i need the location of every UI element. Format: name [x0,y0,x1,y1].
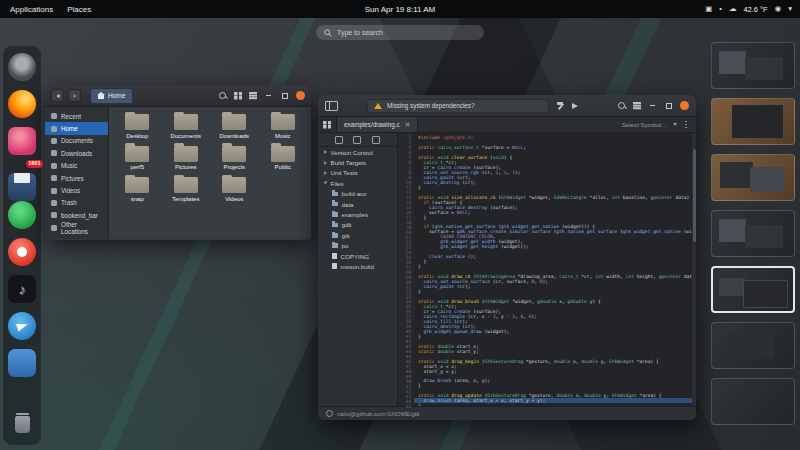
sidebar-item-downloads[interactable]: Downloads [45,147,108,159]
forward-button[interactable] [68,89,81,102]
folder-item-desktop[interactable]: Desktop [113,114,162,139]
workspace-thumbnail-4[interactable] [711,210,795,257]
workspace-thumbnail-2[interactable] [711,98,795,145]
screen-cast-icon[interactable]: ▣ [705,5,712,13]
tree-item-copying[interactable]: COPYING [318,251,397,261]
folder-item-public[interactable]: Public [259,146,308,171]
recorder-dot-icon[interactable]: • [719,5,722,13]
folder-item-pictures[interactable]: Pictures [162,146,211,171]
folder-item-downloads[interactable]: Downloads [210,114,259,139]
workspace-thumbnail-5[interactable] [711,266,795,313]
dock-icon-blue[interactable] [8,349,36,377]
maximize-button[interactable] [280,91,289,100]
editor-scrollbar[interactable] [692,133,696,406]
menu-icon[interactable] [249,92,257,93]
sidebar-item-music[interactable]: Music [45,160,108,172]
sidebar-item-trash[interactable]: Trash [45,197,108,209]
tree-item-data[interactable]: data [318,199,397,209]
panel-toggle-icon[interactable] [325,101,338,111]
temperature-label[interactable]: 42.6 °F [743,5,767,14]
path-button-home[interactable]: Home [90,88,133,104]
folder-item-projects[interactable]: Projects [210,146,259,171]
minimize-button[interactable] [264,91,273,100]
unread-badge: 1601 [26,160,43,168]
tree-item-unit-tests[interactable]: Unit Tests [318,168,397,178]
menu-icon[interactable] [633,102,641,103]
dock-icon-telegram[interactable] [8,312,36,340]
omnibar[interactable]: Missing system dependencies? [367,99,549,113]
system-menu-caret-icon[interactable]: ▾ [788,5,792,13]
tree-item-po[interactable]: po [318,241,397,251]
tree-item-version-control[interactable]: Version Control [318,147,397,157]
chevron-down-icon [673,123,677,126]
search-icon[interactable] [618,102,626,110]
files-header-actions [219,91,305,100]
view-toggle-icon[interactable] [234,92,242,100]
folder-item-perf5[interactable]: perf5 [113,146,162,171]
workspace-thumbnail-1[interactable] [711,42,795,89]
code-area[interactable]: #include <gtk/gtk.h> static cairo_surfac… [414,133,696,406]
dock-icon-gimp[interactable] [8,53,36,81]
dock-icon-firefox[interactable] [8,90,36,118]
sidebar-item-pictures[interactable]: Pictures [45,172,108,184]
weather-icon[interactable]: ☁ [729,5,737,13]
dock-icon-tiktok[interactable]: ♪ [8,275,36,303]
workspace-thumbnail-6[interactable] [711,322,795,369]
code-editor[interactable]: 1234567891011121314151617181920212223242… [398,133,696,406]
dock-icon-green[interactable] [8,201,36,229]
run-icon[interactable] [572,103,578,109]
workspace-thumbnail-7[interactable] [711,378,795,425]
folder-item-documents[interactable]: Documents [162,114,211,139]
dock-icon-pink[interactable] [8,127,36,155]
docs-panel-icon[interactable] [372,136,380,144]
sidebar-item-bookend-bar[interactable]: bookend_bar [45,209,108,221]
sidebar-item-recent[interactable]: Recent [45,110,108,122]
folder-icon [174,146,198,162]
tab-drawing-c[interactable]: examples/drawing.c [336,117,418,132]
sidebar-item-home[interactable]: Home [45,122,108,134]
sidebar-item-other-locations[interactable]: Other Locations [45,222,108,234]
more-options-icon[interactable] [685,124,687,126]
tree-item-meson-build[interactable]: meson.build [318,261,397,271]
folder-icon [332,192,338,197]
dock-icon-red[interactable] [8,238,36,266]
folder-item-videos[interactable]: Videos [210,177,259,202]
views-icon[interactable] [323,121,331,129]
dock-icon-trash[interactable] [8,410,36,438]
clock[interactable]: Sun Apr 19 8:11 AM [365,5,436,14]
close-button[interactable] [296,91,305,100]
sidebar-item-documents[interactable]: Documents [45,135,108,147]
workspace-thumbnail-3[interactable] [711,154,795,201]
tree-item-files[interactable]: Files [318,178,397,188]
tree-item-build-targets[interactable]: Build Targets [318,157,397,167]
sidebar-item-videos[interactable]: Videos [45,184,108,196]
tray-app-icon[interactable]: ◉ [775,5,782,13]
git-panel-icon[interactable] [353,136,361,144]
files-window[interactable]: Home RecentHomeDocumentsDownloadsMusicPi… [45,85,311,240]
folder-item-templates[interactable]: Templates [162,177,211,202]
places-menu[interactable]: Places [67,5,91,14]
applications-menu[interactable]: Applications [10,5,53,14]
select-symbol-button[interactable]: Select Symbol… [622,121,668,128]
tab-close-icon[interactable] [405,122,410,127]
builder-window[interactable]: Missing system dependencies? examples/dr… [318,95,696,420]
tree-item-examples[interactable]: examples [318,209,397,219]
folder-item-music[interactable]: Music [259,114,308,139]
files-panel-icon[interactable] [335,136,343,144]
scrollbar-thumb[interactable] [693,149,696,242]
minimize-button[interactable] [648,101,657,110]
tree-item-build-aux[interactable]: build-aux [318,189,397,199]
search-bar[interactable]: Type to search [316,25,484,40]
tree-item-gdk[interactable]: gdk [318,220,397,230]
build-icon[interactable] [556,101,565,110]
search-icon[interactable] [219,92,227,100]
dock-icon-mail[interactable]: 1601 [8,164,36,192]
close-button[interactable] [680,101,689,110]
maximize-button[interactable] [664,101,673,110]
tree-item-label: Build Targets [331,159,367,166]
folder-label: Desktop [126,133,148,139]
folder-item-snap[interactable]: snap [113,177,162,202]
tree-item-label: Unit Tests [331,169,358,176]
tree-item-gtk[interactable]: gtk [318,230,397,240]
back-button[interactable] [51,89,64,102]
